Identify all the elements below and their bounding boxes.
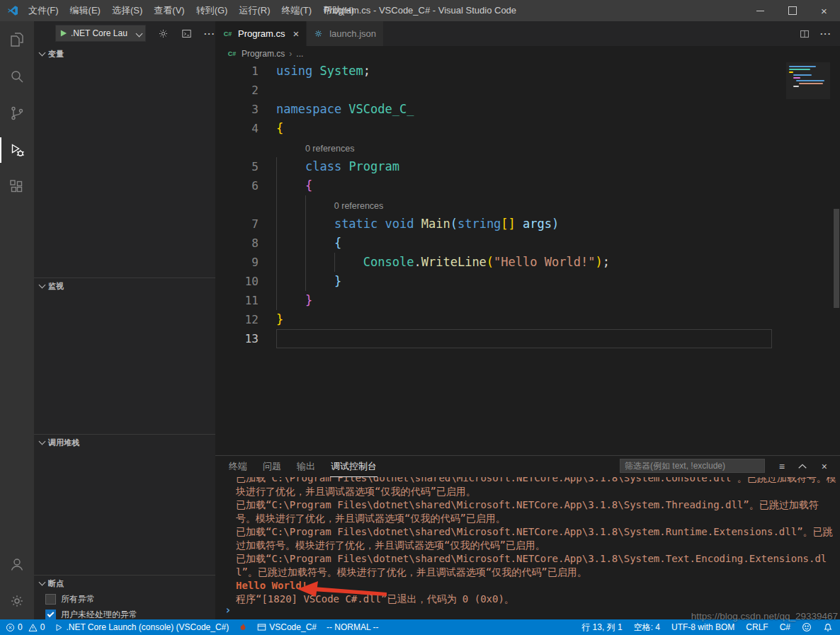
menu-item-1[interactable]: 编辑(E): [64, 0, 106, 21]
launch-config-label: .NET Core Lau: [71, 28, 127, 38]
activity-account[interactable]: [0, 546, 34, 583]
csharp-file-icon: C#: [222, 30, 233, 38]
menu-item-4[interactable]: 转到(G): [191, 0, 234, 21]
launch-config-select[interactable]: .NET Core Lau: [55, 25, 146, 42]
debug-console-icon[interactable]: [181, 28, 193, 40]
line-number[interactable]: 9: [215, 253, 259, 272]
section-variables[interactable]: 变量: [34, 46, 215, 62]
section-watch[interactable]: 监视: [34, 278, 215, 294]
code-line-7[interactable]: 7 static void Main(string[] args): [215, 214, 840, 234]
line-number[interactable]: 5: [215, 157, 259, 176]
feedback-smiley-icon[interactable]: [802, 622, 812, 632]
configure-gear-icon[interactable]: [157, 28, 169, 40]
menu-item-0[interactable]: 文件(F): [23, 0, 64, 21]
menu-item-6[interactable]: 终端(T): [276, 0, 317, 21]
vim-mode-indicator[interactable]: -- NORMAL --: [327, 622, 379, 632]
line-number[interactable]: 4: [215, 119, 259, 138]
breadcrumb-more[interactable]: ...: [296, 49, 303, 59]
status-bar: 0 0 .NET Core Launch (console) (VSCode_C…: [0, 619, 840, 635]
code-line-11[interactable]: 11 }: [215, 291, 840, 310]
debug-console-prompt[interactable]: ›: [225, 603, 232, 617]
code-line-13[interactable]: 13: [215, 329, 840, 348]
notifications-bell-icon[interactable]: [823, 622, 833, 632]
line-number[interactable]: 8: [215, 234, 259, 253]
encoding-button[interactable]: UTF-8 with BOM: [671, 622, 734, 632]
flame-icon-button[interactable]: [239, 622, 247, 632]
console-lines: 已加载“C:\Program Files\dotnet\shared\Micro…: [236, 477, 837, 604]
source-control-icon: [8, 105, 25, 122]
line-number[interactable]: 1: [215, 62, 259, 81]
code-editor[interactable]: 1using System;23namespace VSCode_C_4{0 r…: [215, 62, 840, 455]
menu-item-3[interactable]: 查看(V): [148, 0, 190, 21]
code-line-4[interactable]: 4{: [215, 119, 840, 138]
debug-target-button[interactable]: .NET Core Launch (console) (VSCode_C#): [55, 622, 229, 632]
line-number[interactable]: 12: [215, 310, 259, 329]
split-editor-icon[interactable]: [799, 28, 810, 40]
language-mode-button[interactable]: C#: [780, 622, 790, 632]
eol-button[interactable]: CRLF: [746, 622, 768, 632]
tab-launch-json[interactable]: launch.json: [307, 21, 384, 46]
codelens-references[interactable]: 0 references: [215, 195, 840, 214]
start-debug-icon[interactable]: [59, 29, 67, 38]
code-line-10[interactable]: 10 }: [215, 272, 840, 291]
close-panel-icon[interactable]: ×: [822, 461, 827, 472]
code-line-1[interactable]: 1using System;: [215, 62, 840, 81]
more-actions-icon[interactable]: ···: [204, 28, 215, 39]
line-number[interactable]: 13: [215, 329, 259, 348]
close-tab-icon[interactable]: ×: [293, 28, 299, 40]
activity-extensions[interactable]: [0, 168, 34, 205]
menu-item-2[interactable]: 选择(S): [106, 0, 148, 21]
section-breakpoints[interactable]: 断点: [34, 575, 215, 591]
codelens-references[interactable]: 0 references: [215, 138, 840, 157]
console-line: 程序“[1820] VSCode_C#.dll”已退出，代码为 0 (0x0)。: [236, 593, 837, 604]
maximize-panel-icon[interactable]: [798, 462, 807, 471]
activity-settings[interactable]: [0, 583, 34, 619]
code-line-2[interactable]: 2: [215, 81, 840, 100]
menu-item-5[interactable]: 运行(R): [233, 0, 276, 21]
code-line-3[interactable]: 3namespace VSCode_C_: [215, 100, 840, 119]
window-icon: [257, 623, 266, 631]
panel-tab-2[interactable]: 输出: [296, 457, 316, 476]
flame-icon: [239, 622, 247, 632]
line-number[interactable]: 11: [215, 291, 259, 310]
section-call-stack[interactable]: 调用堆栈: [34, 434, 215, 450]
panel-tab-3[interactable]: 调试控制台: [330, 457, 378, 477]
close-button[interactable]: ×: [808, 0, 840, 21]
code-line-8[interactable]: 8 {: [215, 234, 840, 253]
line-number[interactable]: 10: [215, 272, 259, 291]
warning-count: 0: [40, 622, 45, 632]
scrollbar-thumb[interactable]: [834, 209, 839, 308]
activity-run-debug[interactable]: [0, 132, 34, 168]
line-number[interactable]: 2: [215, 81, 259, 100]
breadcrumb[interactable]: C# Program.cs › ...: [215, 46, 840, 62]
panel-tab-1[interactable]: 问题: [262, 457, 282, 476]
code-line-9[interactable]: 9 Console.WriteLine("Hello World!");: [215, 253, 840, 272]
minimap[interactable]: [786, 62, 830, 99]
project-button[interactable]: VSCode_C#: [257, 622, 317, 632]
breakpoint-all-exceptions[interactable]: 所有异常: [34, 592, 215, 606]
checkbox-checked-icon[interactable]: [45, 610, 56, 620]
tab-program-cs[interactable]: C# Program.cs ×: [215, 21, 307, 46]
more-actions-icon[interactable]: ···: [820, 28, 832, 39]
code-line-5[interactable]: 5 class Program: [215, 157, 840, 176]
code-line-6[interactable]: 6 {: [215, 176, 840, 195]
line-number[interactable]: 3: [215, 100, 259, 119]
debug-console[interactable]: 已加载“C:\Program Files\dotnet\shared\Micro…: [236, 477, 837, 604]
checkbox-unchecked-icon[interactable]: [45, 594, 56, 605]
minimize-button[interactable]: [744, 0, 776, 21]
indentation-button[interactable]: 空格: 4: [634, 622, 660, 634]
panel-tab-0[interactable]: 终端: [228, 457, 248, 476]
console-filter-input[interactable]: [620, 459, 765, 473]
code-line-12[interactable]: 12}: [215, 310, 840, 329]
activity-search[interactable]: [0, 58, 34, 95]
activity-explorer[interactable]: [0, 21, 34, 58]
cursor-position-button[interactable]: 行 13, 列 1: [581, 622, 622, 634]
editor-actions: ···: [799, 21, 832, 46]
line-number[interactable]: 6: [215, 176, 259, 195]
line-number[interactable]: 7: [215, 214, 259, 234]
breadcrumb-file[interactable]: Program.cs: [242, 49, 285, 59]
clear-console-icon[interactable]: ≡: [779, 461, 785, 472]
maximize-button[interactable]: [776, 0, 808, 21]
problems-button[interactable]: 0 0: [6, 622, 45, 632]
activity-source-control[interactable]: [0, 95, 34, 132]
